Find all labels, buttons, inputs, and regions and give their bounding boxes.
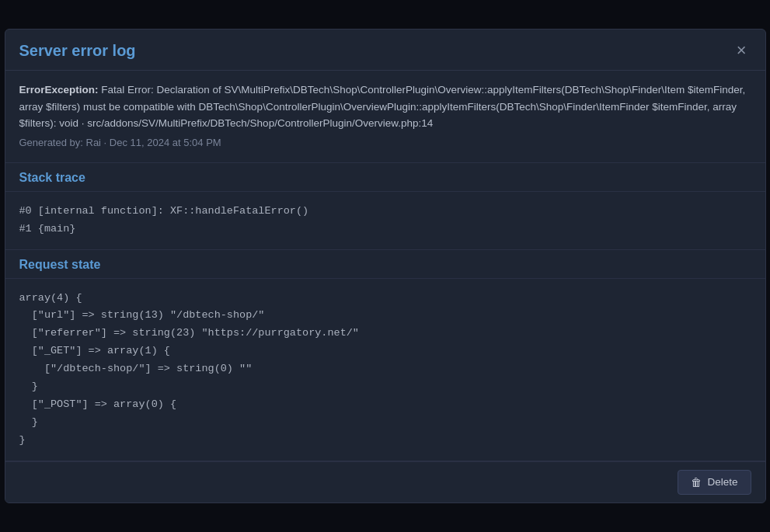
modal-title: Server error log bbox=[19, 42, 136, 60]
close-button[interactable]: × bbox=[732, 40, 751, 61]
server-error-modal: Server error log × ErrorException: Fatal… bbox=[5, 29, 766, 503]
request-state-heading: Request state bbox=[5, 250, 765, 279]
stack-trace-code: #0 [internal function]: XF::handleFatalE… bbox=[5, 192, 765, 250]
error-message: Fatal Error: Declaration of SV\MultiPref… bbox=[19, 84, 746, 129]
request-state-code: array(4) { ["url"] => string(13) "/dbtec… bbox=[5, 279, 765, 461]
modal-overlay: Server error log × ErrorException: Fatal… bbox=[0, 0, 770, 532]
modal-body: ErrorException: Fatal Error: Declaration… bbox=[5, 71, 765, 461]
error-meta: Generated by: Rai · Dec 11, 2024 at 5:04… bbox=[19, 135, 751, 151]
delete-button[interactable]: 🗑 Delete bbox=[678, 470, 751, 495]
error-section: ErrorException: Fatal Error: Declaration… bbox=[5, 71, 765, 163]
modal-footer: 🗑 Delete bbox=[5, 461, 765, 502]
error-label: ErrorException: bbox=[19, 84, 99, 96]
stack-trace-heading: Stack trace bbox=[5, 163, 765, 192]
modal-header: Server error log × bbox=[5, 30, 765, 71]
delete-label: Delete bbox=[707, 476, 737, 488]
trash-icon: 🗑 bbox=[691, 476, 702, 489]
